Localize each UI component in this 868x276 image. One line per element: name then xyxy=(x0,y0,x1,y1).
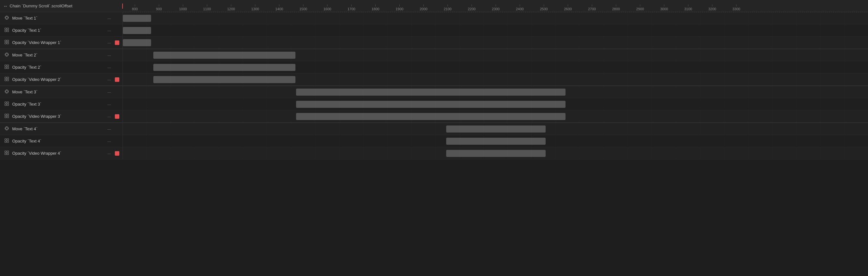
timeline-header: 8009001000110012001300140015001600170018… xyxy=(123,0,868,12)
tick-900: 900 xyxy=(147,4,171,11)
color-swatch-opacity-video-4[interactable] xyxy=(115,151,119,156)
grid-icon xyxy=(4,64,10,70)
track-options-opacity-video-4[interactable]: — xyxy=(107,151,111,155)
track-options-move-text-2[interactable]: — xyxy=(107,53,111,57)
tick-1300: 1300 xyxy=(243,4,267,11)
tick-2400: 2400 xyxy=(508,4,532,11)
svg-rect-34 xyxy=(7,104,9,105)
track-label-opacity-text-2: Opacity `Text 2`— xyxy=(0,61,123,73)
track-label-move-text-1: Move `Text 1`— xyxy=(0,12,123,24)
track-name-opacity-text-1: Opacity `Text 1` xyxy=(12,28,41,33)
tick-3300: 3300 xyxy=(724,4,748,11)
tick-2900: 2900 xyxy=(628,4,652,11)
timeline-bar-opacity-video-3[interactable] xyxy=(296,113,565,120)
tick-1700: 1700 xyxy=(339,4,364,11)
track-timeline-opacity-video-1 xyxy=(123,37,868,49)
track-timeline-move-text-1 xyxy=(123,12,868,24)
track-row-opacity-text-1: Opacity `Text 1`— xyxy=(0,24,868,37)
timeline-bar-opacity-video-1[interactable] xyxy=(123,39,151,46)
svg-rect-10 xyxy=(7,40,9,42)
track-options-move-text-4[interactable]: — xyxy=(107,127,111,131)
track-options-opacity-video-3[interactable]: — xyxy=(107,115,111,118)
track-options-opacity-text-1[interactable]: — xyxy=(107,29,111,32)
track-row-move-text-1: Move `Text 1`— xyxy=(0,12,868,24)
track-name-opacity-video-2: Opacity `Video Wrapper 2` xyxy=(12,77,61,82)
track-timeline-opacity-text-2 xyxy=(123,61,868,73)
track-row-move-text-3: Move `Text 3`— xyxy=(0,86,868,98)
svg-rect-22 xyxy=(5,77,6,79)
svg-rect-6 xyxy=(7,28,9,30)
track-options-move-text-1[interactable]: — xyxy=(107,17,111,20)
timeline-bar-opacity-video-4[interactable] xyxy=(446,150,546,157)
svg-rect-35 xyxy=(5,114,6,116)
track-name-opacity-text-3: Opacity `Text 3` xyxy=(12,102,41,106)
track-name-opacity-video-3: Opacity `Video Wrapper 3` xyxy=(12,114,61,119)
chain-label-container[interactable]: ↔ Chain `Dummy Scroll`.scrollOffset xyxy=(0,3,123,9)
track-timeline-opacity-video-3 xyxy=(123,111,868,122)
track-options-opacity-video-1[interactable]: — xyxy=(107,41,111,44)
tick-marks: 8009001000110012001300140015001600170018… xyxy=(123,0,748,12)
svg-rect-19 xyxy=(7,65,9,66)
timeline-bar-opacity-text-1[interactable] xyxy=(123,27,151,34)
tick-3200: 3200 xyxy=(700,4,724,11)
chain-label-text: Chain `Dummy Scroll`.scrollOffset xyxy=(10,3,72,8)
timeline-bar-move-text-3[interactable] xyxy=(296,89,565,96)
track-timeline-opacity-text-4 xyxy=(123,135,868,147)
tick-3000: 3000 xyxy=(652,4,676,11)
timeline-bar-move-text-2[interactable] xyxy=(153,52,296,59)
grid-icon xyxy=(4,138,10,144)
svg-rect-36 xyxy=(7,114,9,116)
tick-1400: 1400 xyxy=(267,4,291,11)
svg-rect-48 xyxy=(5,151,6,152)
svg-rect-49 xyxy=(7,151,9,152)
svg-rect-21 xyxy=(7,67,9,69)
tick-2500: 2500 xyxy=(532,4,556,11)
track-row-move-text-2: Move `Text 2`— xyxy=(0,49,868,61)
tracks-container: Move `Text 1`— Opacity `Text 1`— Opacity… xyxy=(0,12,868,159)
track-options-opacity-video-2[interactable]: — xyxy=(107,78,111,82)
chain-icon: ↔ xyxy=(3,3,8,9)
tick-2100: 2100 xyxy=(436,4,460,11)
svg-rect-45 xyxy=(7,139,9,140)
track-label-opacity-video-2: Opacity `Video Wrapper 2`— xyxy=(0,73,123,85)
svg-rect-12 xyxy=(7,42,9,44)
svg-rect-25 xyxy=(7,79,9,81)
track-timeline-move-text-2 xyxy=(123,49,868,61)
color-swatch-opacity-video-3[interactable] xyxy=(115,114,119,119)
tick-1500: 1500 xyxy=(291,4,315,11)
tick-2700: 2700 xyxy=(580,4,604,11)
tick-800: 800 xyxy=(123,4,147,11)
tick-3100: 3100 xyxy=(676,4,700,11)
svg-rect-33 xyxy=(5,104,6,105)
track-row-opacity-video-2: Opacity `Video Wrapper 2`— xyxy=(0,73,868,86)
timeline-bar-move-text-4[interactable] xyxy=(446,125,546,132)
track-options-move-text-3[interactable]: — xyxy=(107,90,111,94)
timeline-bar-opacity-video-2[interactable] xyxy=(153,76,296,83)
timeline-bar-move-text-1[interactable] xyxy=(123,15,151,22)
track-options-opacity-text-4[interactable]: — xyxy=(107,139,111,143)
track-row-opacity-text-3: Opacity `Text 3`— xyxy=(0,98,868,111)
grid-icon xyxy=(4,114,10,119)
timeline-bar-opacity-text-3[interactable] xyxy=(296,101,565,108)
grid-icon xyxy=(4,28,10,33)
track-options-opacity-text-3[interactable]: — xyxy=(107,102,111,106)
track-label-opacity-video-3: Opacity `Video Wrapper 3`— xyxy=(0,111,123,122)
color-swatch-opacity-video-2[interactable] xyxy=(115,78,119,82)
track-row-opacity-video-1: Opacity `Video Wrapper 1`— xyxy=(0,37,868,49)
move-icon xyxy=(4,52,10,58)
color-swatch-opacity-video-1[interactable] xyxy=(115,40,119,45)
svg-rect-8 xyxy=(7,30,9,32)
track-label-move-text-2: Move `Text 2`— xyxy=(0,49,123,61)
svg-rect-18 xyxy=(5,65,6,66)
track-name-move-text-3: Move `Text 3` xyxy=(12,90,37,94)
track-label-move-text-4: Move `Text 4`— xyxy=(0,123,123,135)
track-options-opacity-text-2[interactable]: — xyxy=(107,65,111,69)
svg-rect-31 xyxy=(5,102,6,103)
timeline-bar-opacity-text-4[interactable] xyxy=(446,138,546,145)
tick-1800: 1800 xyxy=(364,4,388,11)
timeline-bar-opacity-text-2[interactable] xyxy=(153,64,296,71)
move-icon xyxy=(4,126,10,131)
svg-rect-9 xyxy=(5,40,6,42)
track-name-move-text-4: Move `Text 4` xyxy=(12,126,37,131)
track-timeline-move-text-3 xyxy=(123,86,868,98)
